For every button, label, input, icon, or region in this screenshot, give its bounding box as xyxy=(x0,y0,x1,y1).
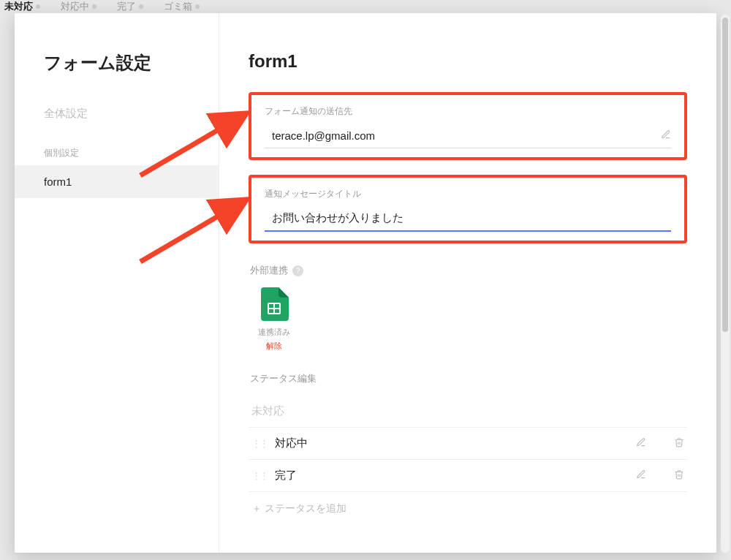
status-list: 未対応 ⋮⋮ 対応中 ⋮⋮ 完了 xyxy=(249,396,687,526)
status-placeholder: 未対応 xyxy=(251,404,684,418)
help-icon[interactable]: ? xyxy=(292,265,303,276)
drag-handle-icon[interactable]: ⋮⋮ xyxy=(251,438,268,449)
bg-tab[interactable]: 完了 xyxy=(117,0,143,13)
field-label: 通知メッセージタイトル xyxy=(265,188,671,200)
trash-icon[interactable] xyxy=(674,437,684,450)
google-sheets-icon[interactable] xyxy=(260,287,289,321)
drag-handle-icon[interactable]: ⋮⋮ xyxy=(251,470,268,481)
bg-tab[interactable]: ゴミ箱 xyxy=(164,0,200,13)
integration-unlink[interactable]: 解除 xyxy=(266,341,282,352)
notification-title-block: 通知メッセージタイトル xyxy=(249,175,687,243)
status-row: ⋮⋮ 完了 xyxy=(249,460,687,492)
notification-recipient-row[interactable]: terace.lp@gmail.com xyxy=(265,126,671,148)
status-name: 完了 xyxy=(275,469,629,483)
add-status-button[interactable]: ＋ ステータスを追加 xyxy=(249,492,687,526)
status-row: ⋮⋮ 対応中 xyxy=(249,428,687,460)
bg-tab[interactable]: 対応中 xyxy=(61,0,96,13)
integration-item: 連携済み 解除 xyxy=(249,287,300,352)
integration-section-label: 外部連携 ? xyxy=(250,264,687,277)
notification-title-row[interactable] xyxy=(265,209,671,232)
sidebar-item-form1[interactable]: form1 xyxy=(15,165,219,198)
status-row-placeholder: 未対応 xyxy=(249,396,687,428)
notification-recipient-value: terace.lp@gmail.com xyxy=(272,129,661,142)
status-edit-label: ステータス編集 xyxy=(250,372,687,385)
field-label: フォーム通知の送信先 xyxy=(265,105,671,118)
sidebar-title: フォーム設定 xyxy=(15,51,219,99)
pencil-icon[interactable] xyxy=(661,129,671,142)
settings-main: form1 フォーム通知の送信先 terace.lp@gmail.com 通知メ… xyxy=(219,13,716,553)
pencil-icon[interactable] xyxy=(636,437,646,450)
notification-recipient-block: フォーム通知の送信先 terace.lp@gmail.com xyxy=(249,92,687,160)
bg-tab[interactable]: 未対応 xyxy=(4,0,40,13)
notification-title-input[interactable] xyxy=(272,212,671,224)
status-name: 対応中 xyxy=(275,436,629,450)
sidebar-section-label: 個別設定 xyxy=(15,128,219,165)
page-title: form1 xyxy=(249,51,687,72)
settings-sidebar: フォーム設定 全体設定 個別設定 form1 xyxy=(15,13,219,553)
integration-status: 連携済み xyxy=(258,327,290,338)
pencil-icon[interactable] xyxy=(636,469,646,483)
window-scrollbar[interactable] xyxy=(721,15,730,553)
background-tabs: 未対応 対応中 完了 ゴミ箱 xyxy=(0,0,731,15)
sidebar-global-link[interactable]: 全体設定 xyxy=(15,99,219,128)
trash-icon[interactable] xyxy=(674,469,684,483)
form-settings-modal: フォーム設定 全体設定 個別設定 form1 form1 フォーム通知の送信先 … xyxy=(15,13,716,553)
